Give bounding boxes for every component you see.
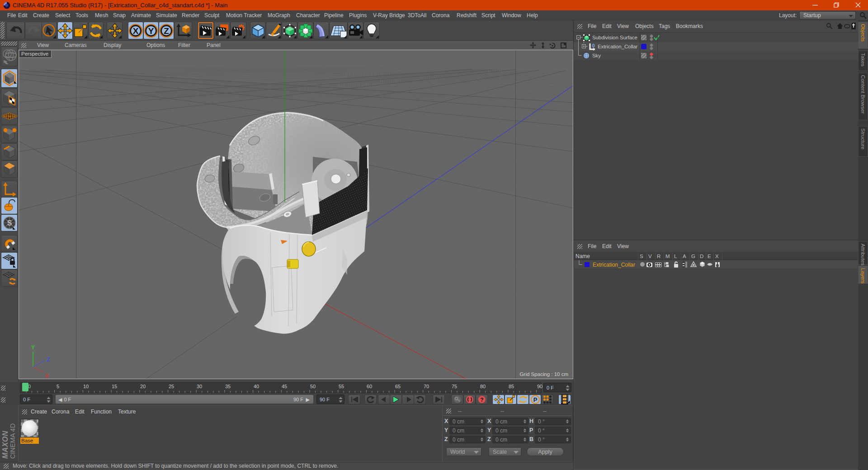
svg-text:10: 10 bbox=[83, 384, 89, 389]
svg-text:Z: Z bbox=[47, 357, 50, 363]
svg-text:60: 60 bbox=[367, 384, 372, 389]
svg-text:50: 50 bbox=[310, 384, 316, 389]
svg-text:40: 40 bbox=[254, 384, 259, 389]
svg-text:75: 75 bbox=[452, 384, 457, 389]
svg-text:85: 85 bbox=[509, 384, 514, 389]
svg-text:30: 30 bbox=[197, 384, 202, 389]
svg-text:35: 35 bbox=[225, 384, 231, 389]
svg-text:X: X bbox=[133, 26, 139, 35]
svg-text:0: 0 bbox=[592, 43, 595, 48]
svg-text:70: 70 bbox=[424, 384, 429, 389]
svg-text:20: 20 bbox=[140, 384, 146, 389]
svg-text:P: P bbox=[533, 396, 537, 403]
svg-text:S: S bbox=[7, 219, 12, 227]
svg-text:Y: Y bbox=[148, 26, 154, 35]
svg-text:Y: Y bbox=[31, 344, 35, 351]
svg-text:?: ? bbox=[480, 397, 483, 403]
svg-text:25: 25 bbox=[169, 384, 174, 389]
svg-text:5: 5 bbox=[57, 384, 59, 389]
svg-text:55: 55 bbox=[339, 384, 344, 389]
svg-text:80: 80 bbox=[480, 384, 486, 389]
svg-text:90: 90 bbox=[537, 384, 542, 389]
svg-text:15: 15 bbox=[112, 384, 117, 389]
svg-text:Z: Z bbox=[164, 26, 169, 35]
svg-text:45: 45 bbox=[282, 384, 287, 389]
svg-text:X: X bbox=[45, 373, 49, 379]
svg-text:65: 65 bbox=[395, 384, 401, 389]
